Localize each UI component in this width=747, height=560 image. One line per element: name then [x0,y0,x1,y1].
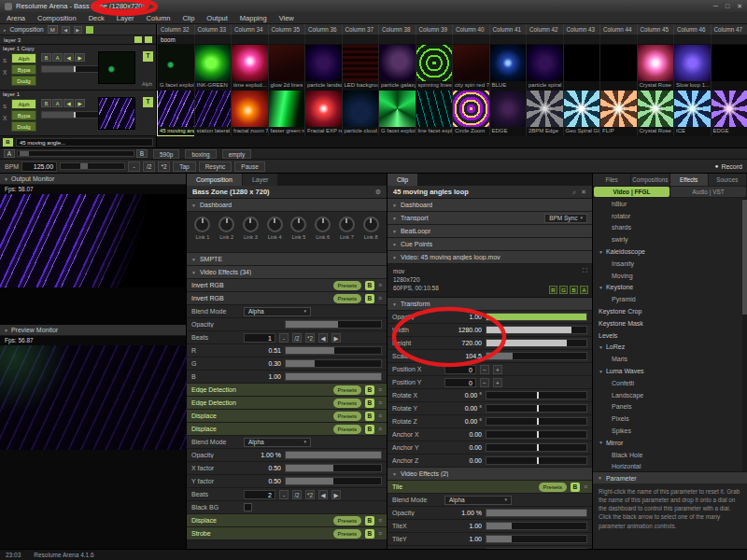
knob-dial[interactable] [194,217,210,232]
column-header[interactable]: Column 42 [526,24,563,35]
param-slider[interactable] [486,509,587,517]
beats-2-button[interactable]: *2 [305,333,315,343]
section-smpte[interactable]: ▼SMPTE [187,253,387,266]
close-icon[interactable]: ✕ [581,189,586,196]
layer-opacity-slider[interactable] [41,65,101,73]
blend-alpha-button[interactable]: Alph [11,53,36,63]
layer-next-icon[interactable]: ▶ [75,53,85,62]
effect-item-keystone[interactable]: ▼Keystone [593,282,747,294]
clip-cell[interactable]: ICE [673,91,711,136]
blend-mode-dropdown[interactable]: Alpha▾ [444,496,512,505]
effect-row-invert-rgb[interactable]: Invert RGBPresetsB≡ [187,292,387,305]
knob-dial[interactable] [267,217,283,232]
increment-button[interactable]: + [493,365,502,374]
column-header[interactable]: Column 36 [304,24,342,35]
effect-preset-shards[interactable]: shards [593,222,747,234]
increment-button[interactable]: + [493,378,502,387]
column-header[interactable]: Column 43 [563,24,600,35]
presets-button[interactable]: Presets [333,294,361,303]
tab-files[interactable]: Files [593,174,631,186]
drag-handle-icon[interactable]: ≡ [378,295,382,301]
beats--button[interactable]: - [279,490,289,499]
knob-dial[interactable] [243,217,259,232]
menu-arena[interactable]: Arena [7,14,25,22]
param-slider[interactable] [486,404,587,413]
channel-g-button[interactable]: G [559,286,568,294]
clip-cell[interactable]: particle cloud 10... [342,91,379,136]
clip-cell[interactable]: EDGE [489,91,527,136]
collapse-arrow-icon[interactable]: ▼ [191,270,196,275]
presets-button[interactable]: Presets [333,281,361,290]
beats-2-button[interactable]: /2 [292,490,302,499]
active-clip-name[interactable]: 45 moving angle... [16,138,153,147]
bpm-decrement-button[interactable]: - [128,161,140,172]
section-transport[interactable]: ▼TransportBPM Sync▾ [388,212,592,225]
effect-preset-rotator[interactable]: rotator [593,210,747,222]
clip-cell[interactable]: Circle Zoom [452,91,489,136]
layer-prev-icon[interactable]: ◀ [63,53,74,62]
clip-slot[interactable] [342,35,379,45]
effect-preset-horizontal[interactable]: Horizontal [593,461,747,471]
presets-button[interactable]: Presets [333,516,361,525]
effect-preset-swirly[interactable]: swirly [593,233,747,245]
knob-dial[interactable] [363,217,379,232]
effect-preset-hblur[interactable]: hBlur [593,198,747,210]
collapse-arrow-icon[interactable]: ▼ [392,229,397,234]
checkbox[interactable] [244,503,252,511]
param-slider[interactable] [486,522,587,530]
close-button[interactable]: ✕ [737,3,742,10]
param-slider[interactable] [285,346,382,355]
blend-mode-dropdown[interactable]: Alpha▾ [244,438,311,447]
effect-row-edge-detection[interactable]: Edge DetectionPresetsB≡ [187,397,387,410]
layer-b-button[interactable]: B [41,53,51,62]
effect-preset-moving[interactable]: Moving [593,270,747,282]
parameter-section-header[interactable]: ▼ Parameter [593,471,747,483]
menu-deck[interactable]: Deck [89,14,105,22]
param-slider[interactable] [285,320,382,329]
clip-cell[interactable]: spinning lines [416,45,453,91]
layer-prev-icon[interactable]: ◀ [63,99,74,107]
clip-cell[interactable]: line facet exploit... [416,91,453,136]
clip-cell[interactable] [599,45,637,91]
collapse-arrow-icon[interactable]: ▼ [598,475,602,481]
beats-2-button[interactable]: /2 [292,333,302,343]
bpm-double-button[interactable]: *2 [158,161,170,172]
bypass-button[interactable]: B [365,294,374,303]
bypass-button[interactable]: B [365,529,374,539]
decrement-button[interactable]: − [480,378,489,387]
stepper-value[interactable]: 0 [444,365,476,374]
layer-t-button[interactable]: T [143,51,153,62]
column-header[interactable]: Column 39 [416,24,453,35]
effect-item-mirror[interactable]: ▼Mirror [593,437,747,449]
effect-row-strobe[interactable]: StrobePresetsB≡ [187,527,387,540]
effect-item-kaleidoscope[interactable]: ▼Kaleidoscope [593,245,747,258]
effect-item-luma-waves[interactable]: ▼Luma Waves [593,365,747,377]
search-icon[interactable]: ⌕ [572,189,576,196]
effect-item-keystone-crop[interactable]: Keystone Crop [593,305,747,317]
scrollbar-thumb[interactable] [742,200,747,315]
effect-row-displace[interactable]: DisplacePresetsB≡ [187,410,387,423]
layer-a-button[interactable]: A [52,99,63,107]
presets-button[interactable]: Presets [333,399,361,408]
beats-prev-icon[interactable]: ◀ [318,490,328,499]
drag-handle-icon[interactable]: ≡ [378,386,382,393]
composition-active-indicator[interactable] [86,26,93,34]
bpm-half-button[interactable]: /2 [143,161,155,172]
collapse-arrow-icon[interactable]: ▼ [392,255,397,260]
effect-row-tile[interactable]: TilePresetsB≡ [388,481,592,494]
column-header[interactable]: Column 45 [637,24,674,35]
beats-next-icon[interactable]: ▶ [331,333,341,343]
param-slider[interactable] [285,359,382,368]
blend-mode-dropdown[interactable]: Alpha▾ [244,307,311,316]
presets-button[interactable]: Presets [333,529,361,539]
collapse-arrow-icon[interactable]: ▼ [599,249,603,255]
layer-1-strip[interactable]: layer 1 S X Alph Bypa Dodg B A ◀ ▶ [0,91,156,136]
bpm-slider[interactable] [60,162,125,170]
resync-button[interactable]: Resync [199,161,233,172]
beats-value[interactable]: 1 [244,333,275,343]
beats--button[interactable]: - [279,333,289,343]
section-video-effects-2[interactable]: ▼Video Effects (2) [388,468,592,481]
clip-cell[interactable]: time explod... [231,45,268,91]
drag-handle-icon[interactable]: ≡ [378,426,382,432]
collapse-arrow-icon[interactable]: ▼ [599,344,603,350]
